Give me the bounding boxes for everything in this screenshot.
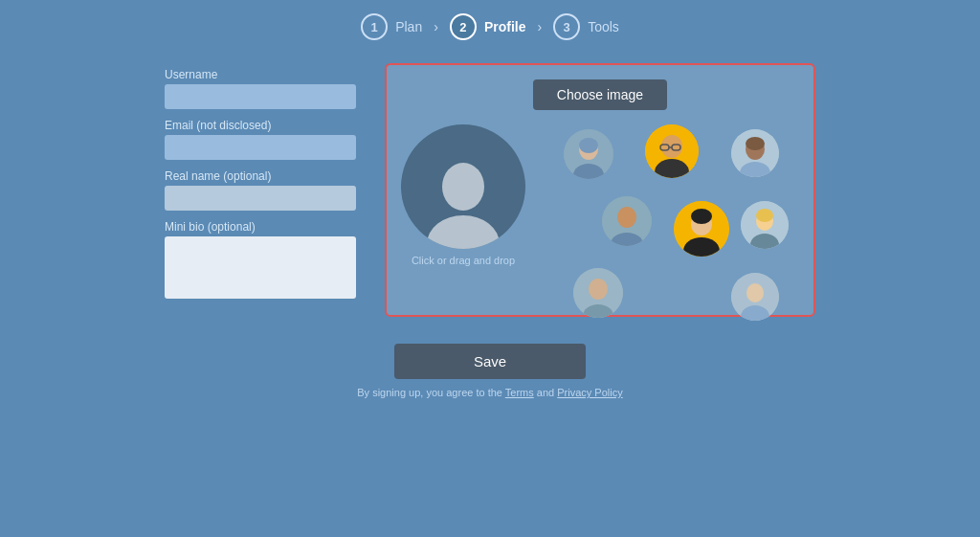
step-label-plan: Plan (395, 19, 422, 34)
minibio-label: Mini bio (optional) (165, 220, 356, 234)
svg-point-5 (579, 138, 598, 153)
avatar-option-7[interactable] (573, 268, 623, 318)
avatar-option-6[interactable] (741, 201, 789, 249)
minibio-field-group: Mini bio (optional) (165, 220, 356, 302)
stepper: 1 Plan › 2 Profile › 3 Tools (0, 0, 980, 54)
svg-point-0 (442, 163, 484, 211)
arrow-1: › (434, 19, 438, 34)
terms-and: and (537, 387, 554, 398)
username-input[interactable] (165, 84, 356, 109)
form-panel: Username Email (not disclosed) Real name… (165, 63, 356, 302)
svg-point-26 (756, 209, 773, 222)
avatar-silhouette-icon (420, 153, 506, 249)
avatar-option-2[interactable] (645, 124, 699, 178)
terms-text: By signing up, you agree to the Terms an… (357, 387, 622, 398)
realname-input[interactable] (165, 186, 356, 211)
privacy-link[interactable]: Privacy Policy (557, 387, 622, 398)
avatar-placeholder[interactable] (401, 124, 525, 249)
terms-link[interactable]: Terms (505, 387, 534, 398)
step-label-profile: Profile (484, 19, 526, 34)
main-content: Username Email (not disclosed) Real name… (0, 54, 980, 326)
step-label-tools: Tools (588, 19, 619, 34)
choose-image-button[interactable]: Choose image (533, 79, 667, 110)
username-label: Username (165, 68, 356, 81)
arrow-2: › (537, 19, 542, 34)
svg-point-22 (691, 209, 712, 224)
realname-field-group: Real name (optional) (165, 169, 356, 211)
avatar-left: Click or drag and drop (401, 124, 525, 266)
avatar-area: Click or drag and drop (401, 124, 799, 278)
click-hint: Click or drag and drop (412, 255, 515, 266)
step-circle-2: 2 (450, 13, 477, 40)
avatar-option-1[interactable] (564, 129, 613, 179)
minibio-textarea[interactable] (165, 236, 356, 299)
svg-point-15 (746, 137, 765, 150)
email-label: Email (not disclosed) (165, 119, 356, 132)
avatar-option-5[interactable] (674, 201, 729, 257)
avatar-options (545, 124, 799, 278)
step-tools[interactable]: 3 Tools (553, 13, 619, 40)
step-circle-3: 3 (553, 13, 580, 40)
realname-label: Real name (optional) (165, 169, 356, 183)
image-panel: Choose image Click or drag and drop (385, 63, 815, 317)
save-button[interactable]: Save (394, 344, 586, 379)
step-profile[interactable]: 2 Profile (450, 13, 526, 40)
step-plan[interactable]: 1 Plan (361, 13, 422, 40)
avatar-option-8[interactable] (731, 273, 779, 321)
username-field-group: Username (165, 68, 356, 109)
step-circle-1: 1 (361, 13, 388, 40)
avatar-option-3[interactable] (731, 129, 779, 177)
svg-point-1 (427, 215, 500, 249)
email-field-group: Email (not disclosed) (165, 119, 356, 160)
svg-point-28 (589, 279, 608, 300)
avatar-option-4[interactable] (602, 196, 652, 246)
svg-point-17 (617, 207, 636, 228)
email-input[interactable] (165, 135, 356, 160)
bottom-area: Save By signing up, you agree to the Ter… (0, 344, 980, 398)
terms-prefix: By signing up, you agree to the (357, 387, 502, 398)
svg-point-31 (746, 283, 764, 302)
